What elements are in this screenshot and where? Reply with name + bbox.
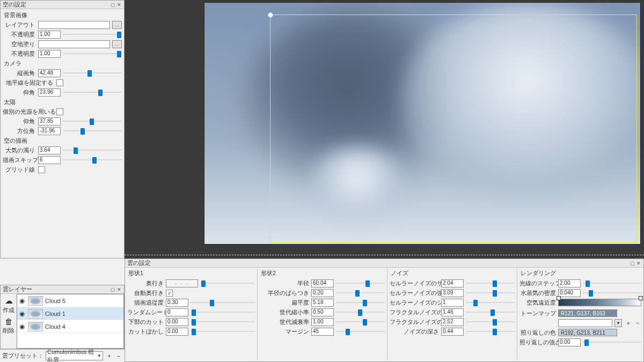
seed-input[interactable]: 0 [166, 308, 188, 316]
viewport[interactable] [125, 0, 644, 258]
drawskip-input[interactable]: 6 [38, 156, 61, 164]
tonemap-remove-button[interactable]: − [634, 319, 641, 327]
radius-var-label: 半径のばらつき [260, 289, 309, 297]
groundfill-browse-button[interactable]: ... [112, 40, 122, 48]
frac-str-input[interactable]: 2.52 [441, 318, 464, 326]
preset-remove-button[interactable]: − [115, 352, 122, 360]
noise-depth-slider[interactable] [466, 328, 515, 335]
visibility-toggle[interactable]: ◉ [18, 310, 26, 317]
layer-row[interactable]: ◉ Cloud 4 [17, 320, 123, 333]
selection-handle[interactable] [268, 12, 273, 18]
flat-input[interactable]: 5.18 [311, 299, 334, 307]
gen-shrink-slider[interactable] [336, 308, 385, 316]
auto-depth-checkbox[interactable]: ✓ [166, 290, 173, 297]
layers-header[interactable]: 雲レイヤー ▢ ✕ [1, 285, 124, 294]
radius-input[interactable]: 60.04 [311, 279, 334, 287]
lock-horizon-checkbox[interactable] [56, 79, 63, 86]
render-canvas[interactable] [204, 2, 641, 245]
grid-checkbox[interactable] [38, 166, 45, 173]
layout-path-input[interactable] [38, 21, 110, 29]
cell-seed-input[interactable]: 1 [441, 299, 464, 307]
cell-seed-slider[interactable] [466, 299, 515, 306]
layer-row[interactable]: ◉ Cloud 1 [17, 307, 123, 320]
bottom-cut-input[interactable]: 0.00 [166, 318, 188, 326]
ray-step-input[interactable]: 2.00 [558, 279, 581, 287]
margin-input[interactable]: 45 [311, 328, 334, 336]
gen-decay-slider[interactable] [336, 318, 385, 326]
delete-layer-button[interactable]: 🗑 削除 [3, 315, 14, 336]
cloud-panel-header[interactable]: 雲の設定 ▢ ✕ [125, 259, 643, 268]
frac-size-slider[interactable] [466, 308, 515, 316]
ray-step-slider[interactable] [583, 279, 641, 287]
density-label: 水蒸気の密度 [519, 289, 556, 297]
fov-slider[interactable] [63, 69, 122, 77]
tonemap-select[interactable] [558, 319, 612, 327]
sun-elev-input[interactable]: 37.85 [38, 117, 61, 125]
fov-input[interactable]: 42.48 [38, 69, 61, 77]
preset-add-button[interactable]: ＋ [105, 352, 113, 360]
margin-slider[interactable] [336, 328, 385, 335]
bounce-color-swatch[interactable]: R192, G213, B211 [558, 329, 617, 336]
frac-size-input[interactable]: 1.46 [441, 308, 464, 316]
gen-shrink-input[interactable]: 0.50 [311, 308, 334, 316]
create-layer-button[interactable]: ☁ 作成 [3, 295, 14, 315]
sun-own-light-checkbox[interactable] [56, 108, 63, 115]
depth-slider[interactable] [200, 279, 255, 287]
radius-var-input[interactable]: 0.20 [311, 289, 334, 297]
cam-elev-slider[interactable] [63, 88, 122, 96]
cut-blur-slider[interactable] [191, 328, 255, 335]
layout-browse-button[interactable]: ... [112, 21, 122, 29]
close-icon[interactable]: ✕ [636, 261, 641, 266]
sun-azi-slider[interactable] [63, 127, 122, 135]
turbidity-slider[interactable] [63, 146, 122, 154]
cam-elev-input[interactable]: 23.96 [38, 88, 61, 97]
undock-icon[interactable]: ▢ [110, 287, 115, 292]
close-icon[interactable]: ✕ [116, 287, 122, 292]
bounce-str-input[interactable]: 0.00 [558, 338, 581, 346]
undock-icon[interactable]: ▢ [630, 261, 635, 266]
turbidity-input[interactable]: 3.64 [38, 146, 61, 154]
tonemap-add-button[interactable]: ＋ [624, 319, 632, 327]
chevron-down-icon[interactable]: ▼ [614, 319, 622, 327]
gen-decay-input[interactable]: 1.00 [311, 318, 334, 326]
layer-row[interactable]: ◉ Cloud 5 [17, 294, 123, 307]
cut-blur-input[interactable]: 0.00 [166, 328, 188, 336]
sun-elev-slider[interactable] [63, 117, 122, 125]
follow-input[interactable]: 0.30 [166, 299, 188, 307]
sky-panel-header[interactable]: 空の設定 ▢ ✕ [1, 1, 124, 9]
cell-size-slider[interactable] [466, 279, 515, 287]
opacity2-slider[interactable] [63, 50, 122, 57]
flat-slider[interactable] [336, 299, 385, 306]
tonemap-swatch[interactable]: R121, G137, B163 [558, 309, 617, 317]
layer-name: Cloud 5 [45, 298, 65, 304]
bounce-str-slider[interactable] [583, 338, 641, 346]
frac-str-slider[interactable] [466, 318, 515, 326]
visibility-toggle[interactable]: ◉ [18, 323, 26, 330]
cell-str-input[interactable]: 3.09 [441, 289, 464, 297]
visibility-toggle[interactable]: ◉ [18, 297, 26, 305]
radius-var-slider[interactable] [336, 289, 385, 297]
noise-depth-input[interactable]: 0.44 [441, 328, 464, 336]
bottom-cut-slider[interactable] [191, 318, 255, 326]
cell-size-input[interactable]: 2.04 [441, 279, 464, 287]
radius-slider[interactable] [336, 279, 385, 287]
sun-azi-input[interactable]: -31.96 [38, 127, 61, 135]
close-icon[interactable]: ✕ [116, 2, 122, 8]
opacity2-input[interactable]: 1.00 [38, 50, 61, 58]
preset-select[interactable]: Cumulonimbus 積乱雲 ▼ [46, 351, 103, 360]
drawskip-slider[interactable] [63, 156, 122, 164]
layers-list[interactable]: ◉ Cloud 5 ◉ Cloud 1 ◉ Cloud 4 [17, 294, 124, 349]
density-input[interactable]: 0.040 [558, 289, 581, 297]
opacity1-input[interactable]: 1.00 [38, 31, 61, 39]
undock-icon[interactable]: ▢ [110, 2, 115, 8]
groundfill-path-input[interactable] [38, 40, 110, 48]
follow-slider[interactable] [191, 299, 255, 306]
gradient-stop[interactable] [557, 296, 561, 300]
gradient-stop[interactable] [639, 296, 643, 300]
opacity1-slider[interactable] [63, 31, 122, 38]
selection-rect[interactable] [270, 14, 637, 243]
aerial-gradient[interactable] [558, 299, 641, 306]
cell-str-slider[interactable] [466, 289, 515, 297]
seed-slider[interactable] [191, 308, 255, 316]
density-slider[interactable] [583, 289, 641, 297]
